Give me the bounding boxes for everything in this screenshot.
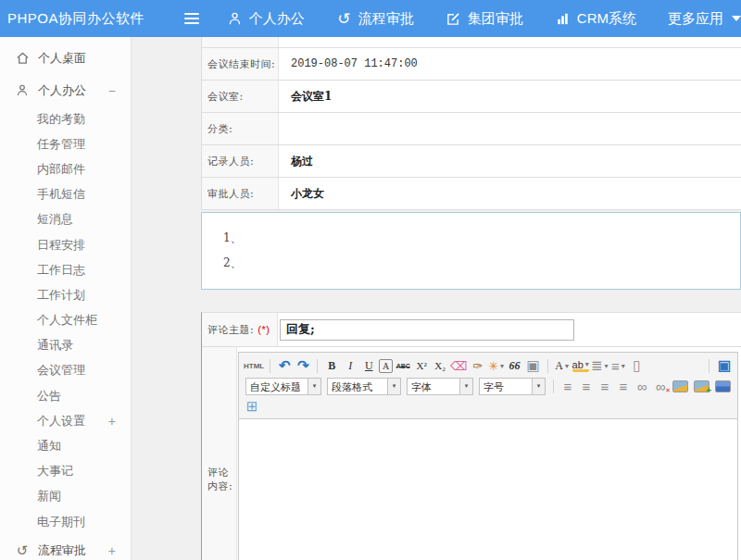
font-size-select[interactable]: 字号▾ (479, 378, 546, 395)
main-area: 会议结束时间:2019-08-07 11:47:00会议室:会议室1分类:记录人… (132, 37, 741, 560)
unordered-list-icon[interactable]: ≡ (609, 357, 626, 374)
redo-icon[interactable]: ↷ (295, 357, 311, 374)
comment-subject-row: 评论主题: (*) (202, 313, 741, 347)
top-navbar: PHPOA协同办公软件 个人办公 ↺ 流程审批 集团审批 CRM系统 更多应用 (0, 0, 741, 37)
sidebar-subitem-label: 个人文件柜 (37, 312, 97, 329)
history-icon: ↺ (336, 11, 352, 27)
clear-format-icon[interactable]: ✑ (470, 357, 486, 374)
expand-toggle-icon[interactable]: + (108, 543, 116, 558)
comment-subject-input[interactable] (280, 319, 574, 341)
header-nav: 个人办公 ↺ 流程审批 集团审批 CRM系统 更多应用 (227, 10, 741, 28)
underline-icon[interactable]: U (360, 357, 377, 374)
undo-icon[interactable]: ↶ (276, 357, 293, 374)
paragraph-format-select[interactable]: 段落格式▾ (327, 378, 401, 395)
fullscreen-icon[interactable]: ▣ (716, 357, 733, 374)
sidebar-subitem[interactable]: 新闻 (0, 484, 131, 509)
sidebar-subitem[interactable]: 会议管理 (0, 358, 131, 383)
nav-item-label: 更多应用 (668, 10, 723, 28)
comment-form-table: 评论主题: (*) 评论内容: HTML↶↷BIUAABCX²X₂⌫✑✳66▣A… (201, 312, 741, 560)
user-icon (15, 83, 30, 97)
nav-item-label: 流程审批 (358, 10, 414, 28)
sidebar-subitem-label: 工作日志 (37, 262, 85, 279)
unlink-icon[interactable]: ∞ (652, 378, 669, 394)
auto-typeset-icon[interactable]: ✳ (488, 357, 505, 374)
heading-select[interactable]: 自定义标题▾ (245, 378, 321, 395)
sidebar-subitem[interactable]: 内部邮件 (0, 156, 131, 181)
sidebar-subitem-label: 通讯录 (37, 337, 73, 354)
sidebar-subitem[interactable]: 电子期刊 (0, 509, 131, 534)
sidebar-subitem-label: 短消息 (37, 211, 73, 228)
bold-icon[interactable]: B (323, 357, 340, 374)
expand-toggle-icon[interactable]: + (108, 414, 116, 429)
subscript-icon[interactable]: X₂ (432, 357, 448, 374)
editor-toolbar: HTML↶↷BIUAABCX²X₂⌫✑✳66▣Aab≣≡▯▣ 自定义标题▾段落格… (239, 353, 737, 419)
link-icon[interactable]: ∞ (634, 378, 650, 394)
table-row: 会议室:会议室1 (202, 81, 741, 113)
sidebar-subitem[interactable]: 日程安排 (0, 232, 131, 257)
content-line: 2、 (223, 251, 740, 276)
sidebar-item-workflow-approval[interactable]: ↺ 流程审批 + (0, 534, 131, 560)
table-row: 会议结束时间:2019-08-07 11:47:00 (202, 48, 741, 81)
paste-icon[interactable]: ▣ (525, 357, 542, 374)
highlight-color-icon[interactable]: ab (572, 359, 589, 372)
table-row: 审批人员:小龙女 (202, 178, 741, 210)
nav-item-personal-office[interactable]: 个人办公 (227, 10, 305, 28)
nav-item-group-approval[interactable]: 集团审批 (446, 10, 523, 28)
field-label: 记录人员: (202, 145, 279, 177)
nav-item-workflow-approval[interactable]: ↺ 流程审批 (336, 10, 414, 28)
ordered-list-icon[interactable]: ≣ (591, 357, 609, 374)
sidebar-subitem[interactable]: 我的考勤 (0, 106, 131, 131)
sidebar-subitem[interactable]: 大事记 (0, 459, 131, 484)
sidebar-subitem[interactable]: 通知 (0, 433, 131, 458)
font-family-select[interactable]: 字体▾ (407, 378, 473, 395)
caret-down-icon: ▾ (459, 379, 472, 394)
editor-content-area[interactable] (239, 419, 737, 560)
sidebar-subitem[interactable]: 任务管理 (0, 131, 131, 156)
superscript-icon[interactable]: X² (413, 357, 430, 374)
nav-item-label: CRM系统 (577, 10, 636, 28)
font-color-icon[interactable]: A (554, 357, 571, 374)
sidebar-subitem[interactable]: 通讯录 (0, 333, 131, 358)
strikethrough-icon[interactable]: ABC (395, 357, 411, 374)
sidebar-subitem[interactable]: 工作日志 (0, 257, 131, 282)
blockquote-icon[interactable]: 66 (507, 357, 523, 374)
align-right-icon[interactable]: ≡ (597, 378, 613, 394)
sidebar-subitem[interactable]: 工作计划 (0, 282, 131, 307)
sidebar-subitem[interactable]: 公告 (0, 383, 131, 408)
field-value: 小龙女 (279, 178, 741, 209)
sidebar-subitem-label: 日程安排 (37, 237, 85, 254)
sidebar-subitem[interactable]: 个人文件柜 (0, 308, 131, 333)
font-style-icon[interactable]: A (379, 359, 393, 373)
sidebar-subitem[interactable]: 个人设置+ (0, 408, 131, 433)
align-left-icon[interactable]: ≡ (559, 378, 576, 394)
sidebar-item-desktop[interactable]: 个人桌面 (0, 42, 131, 74)
sidebar-subitem-label: 电子期刊 (37, 514, 85, 530)
insert-image-icon[interactable] (694, 380, 710, 392)
sidebar-subitem[interactable]: 短消息 (0, 207, 131, 232)
sidebar-subitem[interactable]: 手机短信 (0, 182, 131, 207)
editor-toolbar-row2: 自定义标题▾段落格式▾字体▾字号▾≡≡≡≡∞∞ (243, 376, 734, 396)
comment-subject-cell (278, 313, 741, 346)
image-icon[interactable] (672, 380, 688, 392)
toolbar-separator (553, 380, 554, 393)
align-center-icon[interactable]: ≡ (578, 378, 595, 394)
format-eraser-icon[interactable]: ⌫ (450, 357, 467, 374)
field-value: 2019-08-07 11:47:00 (279, 48, 741, 80)
edit-icon (446, 11, 461, 27)
toolbar-separator (317, 359, 318, 373)
caret-down-icon: ▾ (308, 379, 320, 394)
justify-icon[interactable]: ≡ (615, 378, 632, 394)
field-value: 会议室1 (279, 81, 741, 112)
collapse-toggle-icon[interactable]: − (108, 83, 116, 98)
editor-toolbar-row1: HTML↶↷BIUAABCX²X₂⌫✑✳66▣Aab≣≡▯▣ (243, 355, 734, 376)
sidebar-item-personal-office[interactable]: 个人办公 − (0, 74, 131, 106)
html-source-button[interactable]: HTML (244, 357, 264, 374)
nav-item-label: 个人办公 (249, 10, 305, 28)
italic-icon[interactable]: I (342, 357, 358, 374)
menu-icon[interactable] (184, 13, 199, 24)
nav-item-more-apps[interactable]: 更多应用 (668, 10, 741, 28)
media-icon[interactable] (715, 380, 731, 392)
table-icon[interactable]: ⊞ (244, 398, 260, 415)
new-page-icon[interactable]: ▯ (628, 357, 645, 374)
nav-item-crm[interactable]: CRM系统 (555, 10, 636, 28)
